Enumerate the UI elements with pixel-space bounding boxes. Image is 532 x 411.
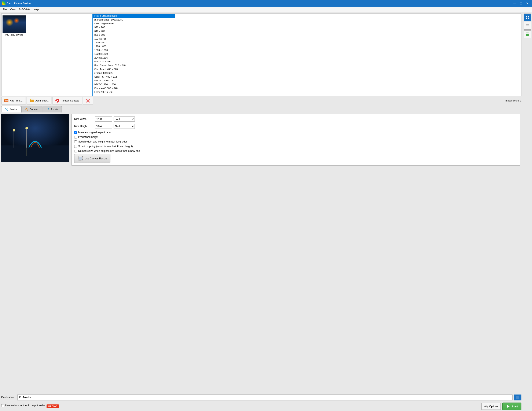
tab-rotate[interactable]: Rotate: [43, 106, 62, 112]
list-item[interactable]: IMG_2952-300.jpg: [1, 14, 27, 38]
svg-line-8: [6, 108, 7, 110]
width-unit-select[interactable]: Pixel Percent Cm Inch: [114, 116, 135, 121]
minimize-button[interactable]: —: [512, 0, 518, 6]
svg-rect-29: [528, 18, 529, 19]
left-panel: IMG_2952-300.jpg Pick a Standard Size [S…: [0, 12, 523, 411]
start-icon: [506, 404, 510, 409]
tab-convert[interactable]: Convert: [21, 106, 42, 112]
dropdown-item-hdtv1080[interactable]: HD TV 1920 x 1080: [93, 83, 175, 86]
main-container: IMG_2952-300.jpg Pick a Standard Size [S…: [0, 12, 532, 411]
folder-structure-row: Use folder structure in output folder: [1, 404, 45, 407]
menubar: File View SoftOrbits Help: [0, 7, 532, 12]
svg-rect-31: [526, 26, 529, 26]
folder-structure-checkbox[interactable]: [1, 404, 4, 407]
maximize-button[interactable]: □: [518, 0, 524, 6]
destination-label: Destination: [1, 396, 16, 399]
dropdown-item-iphone[interactable]: iPhone 480 x 320: [93, 71, 175, 75]
height-unit-select[interactable]: Pixel Percent Cm Inch: [114, 124, 135, 129]
no-resize-row: Do not resize when original size is less…: [74, 149, 517, 152]
browse-icon: [515, 395, 520, 400]
svg-rect-28: [526, 18, 527, 19]
canvas-resize-button[interactable]: Use Canvas Resize: [74, 154, 110, 163]
grid-view-icon: [525, 32, 530, 36]
list-view-button[interactable]: [524, 22, 531, 30]
menu-view[interactable]: View: [8, 8, 17, 11]
destination-browse-button[interactable]: [514, 394, 522, 401]
new-height-input[interactable]: [95, 124, 112, 129]
switch-wh-label[interactable]: Switch width and height to match long si…: [78, 140, 128, 143]
menu-help[interactable]: Help: [32, 8, 41, 11]
dropdown-item-email[interactable]: Email 1024 x 768: [93, 90, 175, 94]
folder-structure-label[interactable]: Use folder structure in output folder: [5, 404, 45, 407]
new-height-label: New Height: [74, 125, 93, 128]
svg-rect-34: [527, 33, 528, 33]
dropdown-item-sony-psp[interactable]: Sony PSP 480 x 272: [93, 75, 175, 79]
add-files-icon: [4, 98, 9, 103]
smart-crop-checkbox[interactable]: [74, 145, 77, 148]
width-row: New Width Pixel Percent Cm Inch: [74, 116, 517, 121]
dropdown-footer-label: Pick a Standard Size: [94, 95, 117, 96]
dropdown-item-screen[interactable]: [Screen Size] - 1920x1080: [93, 18, 175, 22]
svg-rect-26: [526, 16, 527, 17]
options-label: Options: [489, 405, 498, 408]
start-button[interactable]: Start: [502, 402, 522, 410]
dropdown-item-hdtv720[interactable]: HD TV 1920 x 720: [93, 79, 175, 83]
canvas-resize-label: Use Canvas Resize: [85, 157, 107, 160]
dropdown-item-1280x800[interactable]: 1280 x 800: [93, 44, 175, 48]
maintain-aspect-label[interactable]: Maintain original aspect ratio: [78, 131, 111, 134]
no-resize-checkbox[interactable]: [74, 150, 77, 152]
remove-selected-button[interactable]: Remove Selected: [52, 97, 82, 104]
no-resize-label[interactable]: Do not resize when original size is less…: [78, 149, 140, 152]
settings-panel: New Width Pixel Percent Cm Inch New Heig…: [72, 114, 520, 166]
dropdown-item-640x480[interactable]: 640 x 480: [93, 29, 175, 33]
titlebar-controls: — □ ✕: [512, 0, 530, 6]
switch-wh-checkbox[interactable]: [74, 140, 77, 143]
settings-side: New Width Pixel Percent Cm Inch New Heig…: [70, 114, 522, 392]
preview-image: [1, 114, 69, 162]
list-view-icon: [525, 24, 530, 28]
add-folder-button[interactable]: Add Folder...: [27, 97, 51, 104]
toolbar: Add File(s)... Add Folder...: [0, 96, 523, 105]
cancel-button[interactable]: [83, 97, 93, 104]
svg-marker-10: [48, 109, 49, 110]
dropdown-list[interactable]: Pick a Standard Size [Screen Size] - 192…: [92, 14, 175, 94]
dropdown-item-ipod-classic[interactable]: iPod Classic/Nano 320 x 240: [93, 63, 175, 67]
dropdown-item-ipod-touch[interactable]: iPod Touch 480 x 320: [93, 67, 175, 71]
thumbnail-view-icon: [525, 15, 530, 19]
tabs: Resize Convert Rotate: [1, 106, 522, 112]
dropdown-item-1024x768[interactable]: 1024 x 768: [93, 37, 175, 41]
tab-rotate-label: Rotate: [51, 108, 58, 111]
dropdown-item-iphone4[interactable]: iPone 4/4S 960 x 640: [93, 86, 175, 90]
dropdown-item-320x200[interactable]: 320 x 200: [93, 25, 175, 29]
thumbnail-view-button[interactable]: [524, 14, 531, 21]
dropdown-item-800x600[interactable]: 800 x 600: [93, 33, 175, 37]
maintain-aspect-checkbox[interactable]: [74, 131, 77, 134]
tab-resize[interactable]: Resize: [1, 106, 21, 112]
predefined-height-label[interactable]: Predefined height: [78, 136, 98, 139]
add-files-button[interactable]: Add File(s)...: [1, 97, 26, 104]
dropdown-item-1920x1200[interactable]: 1920 x 1200: [93, 52, 175, 56]
predefined-height-checkbox[interactable]: [74, 136, 77, 139]
dropdown-item-pick[interactable]: Pick a Standard Size: [93, 14, 175, 18]
svg-rect-39: [526, 35, 527, 36]
options-button[interactable]: Options: [481, 403, 501, 410]
dropdown-item-1600x1200[interactable]: 1600 x 1200: [93, 48, 175, 52]
grid-view-button[interactable]: [524, 30, 531, 38]
bottom-bar: Use folder structure in output folder PR…: [0, 402, 523, 411]
dropdown-item-ipod[interactable]: iPod 220 x 176: [93, 60, 175, 63]
dropdown-item-keep[interactable]: Keep original size: [93, 22, 175, 25]
menu-file[interactable]: File: [1, 8, 8, 11]
close-button[interactable]: ✕: [524, 0, 530, 6]
dropdown-item-1200x900[interactable]: 1200 x 900: [93, 41, 175, 44]
dropdown-footer[interactable]: Pick a Standard Size ▼: [92, 94, 175, 96]
start-label: Start: [512, 405, 518, 408]
dropdown-item-2048x1536[interactable]: 2048 x 1536: [93, 56, 175, 60]
new-width-input[interactable]: [95, 116, 112, 121]
app-title: Batch Picture Resizer: [7, 2, 512, 5]
svg-rect-32: [526, 27, 529, 27]
add-folder-icon: [29, 98, 34, 103]
menu-softorbits[interactable]: SoftOrbits: [17, 8, 32, 11]
thumb-inner: [2, 15, 26, 33]
destination-input[interactable]: [17, 394, 513, 401]
smart-crop-label[interactable]: Smart cropping (result in exact width an…: [78, 145, 133, 148]
